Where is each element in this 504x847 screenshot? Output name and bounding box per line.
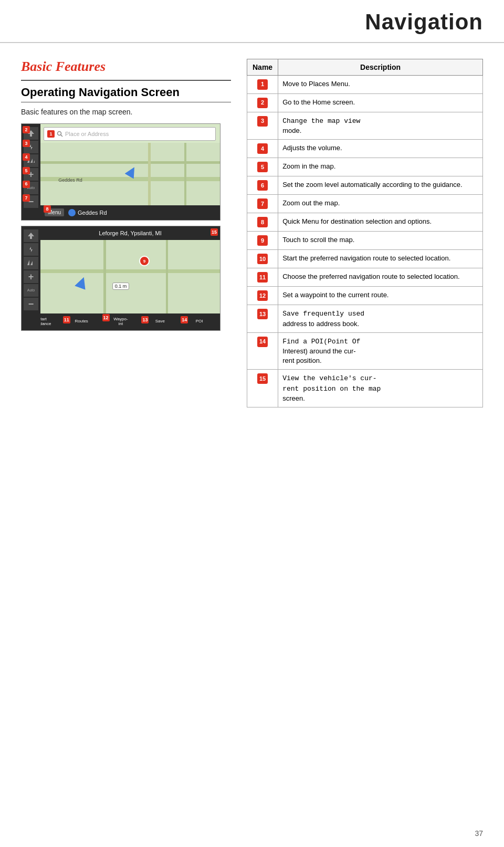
number-badge: 2 — [257, 98, 268, 108]
row-description: Find a POI(Point OfInterest) around the … — [278, 332, 483, 370]
row-description: Go to the Home screen. — [278, 94, 483, 112]
row-badge: 12 — [247, 287, 278, 305]
number-badge: 7 — [257, 198, 268, 209]
road-v3 — [103, 240, 106, 313]
map2-btn-minus[interactable]: − — [24, 298, 38, 310]
address-text: Geddes Rd — [78, 210, 107, 216]
badge-5: 5 — [23, 167, 30, 174]
row-description: Zoom in the map. — [278, 158, 483, 176]
svg-line-4 — [61, 134, 63, 137]
search-placeholder: Place or Address — [65, 131, 109, 137]
row-description: Zoom out the map. — [278, 195, 483, 213]
page-footer: 37 — [475, 829, 483, 838]
nav-arrow-map2 — [75, 275, 89, 289]
mono-text: Change the map view — [282, 117, 360, 125]
row-badge: 7 — [247, 195, 278, 213]
row-description: Adjusts the volume. — [278, 140, 483, 158]
badge-8: 8 — [44, 205, 51, 213]
distance-bubble: 0.1 m — [112, 283, 130, 290]
number-badge: 15 — [257, 373, 268, 384]
table-row: 3Change the map viewmode. — [247, 112, 483, 140]
row-badge: 2 — [247, 94, 278, 112]
mono-text: Find a POI(Point Of — [282, 338, 360, 346]
row-badge: 9 — [247, 232, 278, 250]
row-badge: 6 — [247, 176, 278, 195]
map2-btn-routes[interactable]: 11 Routes — [62, 319, 101, 324]
row-description: Start the preferred navigation route to … — [278, 250, 483, 268]
map2-btn-nav[interactable] — [24, 243, 38, 256]
map-screen-2: + Auto − Leforge Rd, Ypsilanti, MI 15 — [21, 226, 220, 331]
row-description: Move to Places Menu. — [278, 76, 483, 94]
table-row: 11Choose the preferred navigation route … — [247, 268, 483, 287]
table-row: 1Move to Places Menu. — [247, 76, 483, 94]
road-v2 — [184, 143, 186, 205]
poi-label: POI — [196, 319, 203, 324]
map2-btn-poi[interactable]: 14 POI — [180, 319, 219, 324]
table-row: 6Set the zoom level automatically accord… — [247, 176, 483, 195]
map1-btn-4[interactable]: 4 — [24, 154, 38, 167]
map1-roads: Geddes Rd — [40, 143, 220, 205]
svg-marker-5 — [27, 260, 29, 265]
table-row: 7Zoom out the map. — [247, 195, 483, 213]
svg-marker-1 — [30, 159, 33, 163]
badge-13: 13 — [141, 316, 149, 323]
map1-btn-5[interactable]: 5 + — [24, 168, 38, 181]
map2-btn-save[interactable]: 13 Save — [140, 319, 180, 324]
table-row: 12Set a waypoint to the current route. — [247, 287, 483, 305]
map2-btn-plus[interactable]: + — [24, 270, 38, 283]
table-row: 2Go to the Home screen. — [247, 94, 483, 112]
left-column: Basic Features Operating Navigation Scre… — [21, 59, 231, 407]
table-row: 9Touch to scroll the map. — [247, 232, 483, 250]
page-header: Navigation — [0, 0, 504, 43]
badge-9-circle: 9 — [139, 256, 150, 266]
map1-btn-6[interactable]: 6 Auto — [24, 182, 38, 194]
row-description: Quick Menu for destination selection and… — [278, 213, 483, 232]
row-description: Set a waypoint to the current route. — [278, 287, 483, 305]
road-v4 — [166, 240, 168, 313]
road-v1 — [148, 143, 151, 205]
map2-btn-auto[interactable]: Auto — [24, 284, 38, 297]
table-row: 8Quick Menu for destination selection an… — [247, 213, 483, 232]
row-badge: 5 — [247, 158, 278, 176]
page-number: 37 — [475, 829, 483, 838]
badge-12: 12 — [102, 314, 110, 321]
map2-sidebar: + Auto − — [22, 226, 40, 330]
map2-btn-vol[interactable] — [24, 257, 38, 269]
number-badge: 11 — [257, 272, 268, 283]
map1-btn-2[interactable]: 2 — [24, 127, 38, 140]
menu-btn[interactable]: 8 Menu — [45, 208, 64, 216]
waypoint-label: Waypo-int — [113, 317, 128, 327]
number-badge: 14 — [257, 337, 268, 347]
number-badge: 5 — [257, 162, 268, 172]
badge-3: 3 — [23, 140, 30, 147]
routes-label: Routes — [75, 319, 88, 324]
map2-btn-waypoint[interactable]: 12 Waypo-int — [101, 317, 141, 327]
number-badge: 10 — [257, 254, 268, 264]
road-h2 — [40, 161, 220, 164]
map1-btn-7[interactable]: 7 − — [24, 195, 38, 208]
divider-top — [21, 80, 231, 81]
page-title: Navigation — [365, 9, 483, 35]
number-badge: 13 — [257, 309, 268, 319]
row-description: Set the zoom level automatically accordi… — [278, 176, 483, 195]
home-icon — [68, 209, 76, 216]
map2-btn-home[interactable] — [24, 229, 38, 242]
svg-point-3 — [58, 131, 61, 135]
row-badge: 13 — [247, 305, 278, 332]
table-row: 5Zoom in the map. — [247, 158, 483, 176]
map1-btn-3[interactable]: 3 — [24, 141, 38, 153]
badge-4: 4 — [23, 153, 30, 161]
table-row: 15View the vehicle's cur-rent position o… — [247, 370, 483, 407]
main-content: Basic Features Operating Navigation Scre… — [0, 43, 504, 423]
badge-7: 7 — [23, 194, 30, 202]
table-row: 13Save frequently usedaddress to address… — [247, 305, 483, 332]
row-description: Change the map viewmode. — [278, 112, 483, 140]
divider-bottom — [21, 102, 231, 102]
map2-bottom-bar: 10 StartGuidance 11 Routes 12 Waypo-int … — [22, 313, 220, 330]
badge-11: 11 — [63, 316, 70, 323]
svg-marker-6 — [30, 261, 33, 265]
map1-search-bar[interactable]: 1 Place or Address — [44, 127, 216, 141]
table-row: 10Start the preferred navigation route t… — [247, 250, 483, 268]
road-label-geddes: Geddes Rd — [58, 177, 82, 183]
mono-text: Save frequently used — [282, 310, 364, 318]
